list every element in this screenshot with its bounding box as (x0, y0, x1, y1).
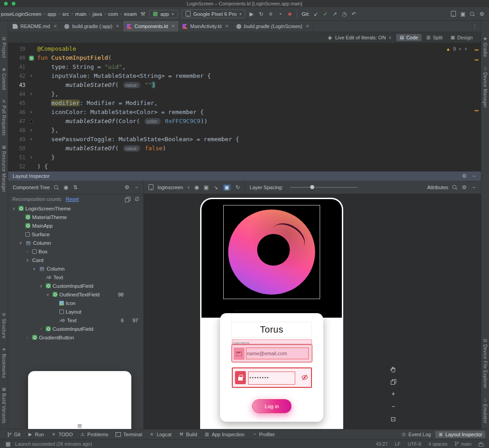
fold-icon[interactable]: ∨ (30, 135, 33, 144)
tree-item[interactable]: Surface (8, 230, 144, 238)
rollback-icon[interactable]: ↶ (351, 11, 356, 17)
breadcrumb-item[interactable]: com (108, 11, 118, 17)
breadcrumb-item[interactable]: poseLoginScreen (1, 11, 42, 17)
profiler-icon[interactable]: ◔ (278, 11, 283, 17)
tool-stripe-structure[interactable]: ⊞Structure (1, 312, 6, 338)
close-icon[interactable]: × (172, 23, 175, 29)
push-icon[interactable]: ↗ (332, 11, 337, 17)
line-separator[interactable]: LF (395, 441, 400, 447)
clear-icon[interactable]: ∅ (134, 196, 139, 202)
mode-design-button[interactable]: ▦Design (447, 34, 476, 41)
tool-stripe-pull-requests[interactable]: ⇅Pull Requests (1, 99, 6, 136)
tool-stripe-commit[interactable]: ◉Commit (1, 67, 6, 90)
settings-icon[interactable]: ⚙ (462, 173, 467, 179)
prev-warning-icon[interactable]: ∧ (459, 47, 462, 51)
editor-tab[interactable]: Components.kt× (123, 21, 179, 32)
tree-item[interactable]: ∨CustomInputField (8, 281, 144, 290)
export-icon[interactable]: ↘ (213, 185, 218, 190)
statusbar-build[interactable]: ⚒Build (176, 431, 200, 438)
window-control-dot[interactable] (12, 2, 15, 5)
eye-off-icon[interactable] (301, 374, 308, 381)
tool-stripe-project[interactable]: ▤Project (1, 36, 6, 58)
settings-icon[interactable]: ⚙ (462, 185, 467, 190)
layout-inspector-icon[interactable]: ▣ (460, 11, 465, 17)
tree-item[interactable]: ∨▤Column (8, 238, 144, 247)
editor-tab[interactable]: README.md× (9, 21, 61, 32)
refresh-icon[interactable]: ↻ (235, 185, 240, 190)
reset-link[interactable]: Reset (66, 196, 79, 202)
tool-stripe-gradle[interactable]: ◆Gradle (483, 36, 488, 57)
fold-icon[interactable]: ∨ (30, 71, 33, 81)
editor-tab[interactable]: build.gradle (:app)× (61, 21, 123, 32)
tree-item[interactable]: AbText697 (8, 316, 144, 324)
inspection-widget[interactable]: ▲ 9 ∧ ∨ (446, 46, 467, 52)
password-field[interactable]: •••••••• (232, 367, 312, 388)
close-icon[interactable]: × (53, 23, 57, 29)
file-encoding[interactable]: UTF-8 (408, 441, 421, 447)
tree-item[interactable]: ∨▦Card (8, 256, 144, 264)
breadcrumb-item[interactable]: exam (124, 11, 137, 17)
next-warning-icon[interactable]: ∨ (464, 47, 467, 51)
username-field[interactable]: name@email.com (232, 345, 312, 362)
device-screen[interactable]: Torus Username name@email.com (200, 198, 343, 429)
tree-item[interactable]: ›GradientButton (8, 333, 144, 342)
sync-project-icon[interactable]: ≡ (268, 11, 273, 17)
login-button[interactable]: Log in (252, 399, 292, 413)
fold-icon[interactable]: ∧ (30, 153, 33, 162)
expand-icon[interactable]: ∨ (18, 241, 24, 245)
expand-icon[interactable]: ∨ (24, 258, 30, 262)
tree-item[interactable]: ∨OutlinedTextField98 (8, 290, 144, 299)
slider-thumb[interactable] (310, 185, 314, 189)
search-icon[interactable] (452, 185, 457, 190)
fold-icon[interactable]: ∧ (30, 90, 33, 99)
fold-icon[interactable]: ∨ (30, 108, 33, 117)
more-icon[interactable]: ⋮ (469, 21, 481, 32)
tree-item[interactable]: ›CustomInputField (8, 324, 144, 333)
screenshot-icon[interactable]: ▣ (204, 185, 209, 190)
mode-code-button[interactable]: ▤Code (396, 34, 422, 41)
statusbar-run[interactable]: ▶Run (24, 431, 47, 438)
expand-icon[interactable]: ∨ (38, 284, 44, 288)
breadcrumb-item[interactable]: src (62, 11, 69, 17)
minimize-icon[interactable]: − (471, 185, 476, 190)
process-selector[interactable]: loginscreen (158, 185, 183, 190)
git-branch[interactable]: main (455, 441, 471, 448)
breadcrumb-item[interactable]: main (75, 11, 86, 17)
fit-screen-icon[interactable]: ⊡ (391, 416, 396, 422)
stop-icon[interactable]: ■ (287, 11, 292, 17)
statusbar-app-inspection[interactable]: ▥App Inspection (201, 431, 248, 438)
tree-item[interactable]: Icon (8, 299, 144, 307)
commit-icon[interactable]: ✓ (323, 11, 328, 17)
tree-item[interactable]: ›Box (8, 247, 144, 256)
tool-stripe-device-file-explorer[interactable]: ▤Device File Explorer (483, 338, 488, 388)
statusbar-git[interactable]: Git (4, 431, 24, 438)
sort-icon[interactable]: ⇅ (73, 185, 78, 190)
editor-tab[interactable]: build.gradle (LoginScreen)× (233, 21, 313, 32)
settings-icon[interactable]: ⚙ (479, 11, 484, 17)
select-mode-icon[interactable]: ▣ (223, 184, 230, 191)
mode-split-button[interactable]: ▥Split (422, 34, 446, 41)
indent-size[interactable]: 4 spaces (428, 441, 447, 447)
window-controls[interactable] (4, 2, 15, 5)
expand-icon[interactable]: ∨ (31, 267, 37, 271)
minimize-icon[interactable]: − (134, 185, 139, 190)
run-icon[interactable]: ▶ (249, 11, 254, 17)
tool-stripe-resource-manager[interactable]: ▦Resource Manager (1, 145, 6, 192)
statusbar-terminal[interactable]: Terminal (112, 431, 145, 438)
close-icon[interactable]: × (306, 23, 309, 29)
close-icon[interactable]: × (116, 23, 119, 29)
expand-icon[interactable]: ∨ (45, 292, 51, 297)
layer-spacing-slider[interactable] (290, 185, 358, 190)
live-edit-toggle[interactable]: ◈ Live Edit of literals: ON ∨ (327, 35, 391, 40)
tree-item[interactable]: AbText (8, 273, 144, 281)
settings-icon[interactable]: ⚙ (125, 185, 129, 190)
search-icon[interactable] (54, 185, 59, 190)
statusbar-profiler[interactable]: ◔Profiler (249, 431, 278, 438)
breadcrumb-item[interactable]: app (48, 11, 56, 17)
device-dropdown[interactable]: Google Pixel 6 Pro ▾ (182, 10, 245, 18)
search-icon[interactable] (470, 12, 475, 16)
history-icon[interactable]: ◷ (342, 11, 347, 17)
device-manager-icon[interactable] (451, 11, 456, 17)
close-icon[interactable]: × (225, 23, 229, 29)
tree-item[interactable]: ∨▤Column (8, 264, 144, 273)
